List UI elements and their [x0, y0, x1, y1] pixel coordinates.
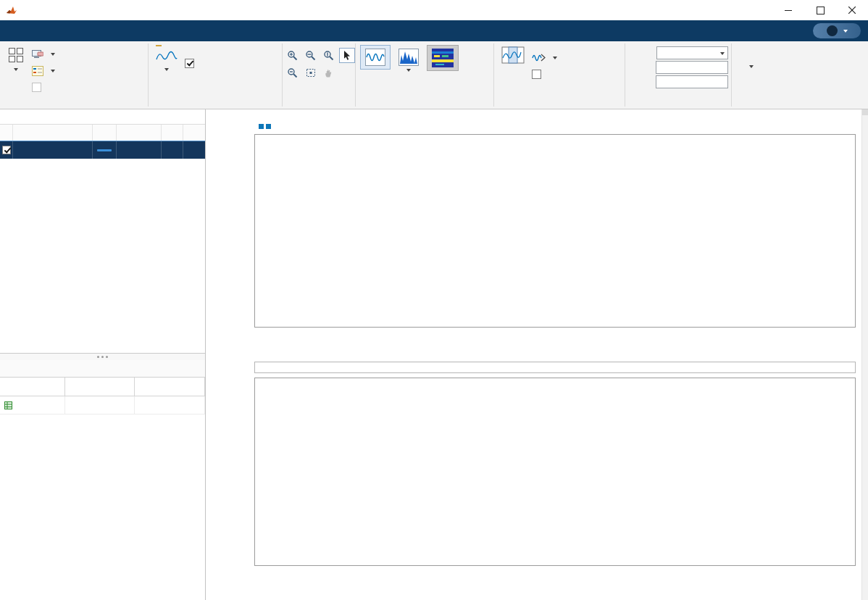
display-area: [206, 109, 868, 600]
zoom-in-button[interactable]: [285, 48, 301, 63]
spectrogram-view-icon: [432, 49, 454, 67]
help-icon: [827, 25, 838, 36]
panner-icon: [501, 46, 525, 64]
extract-signals-caret-icon: [553, 57, 557, 59]
help-caret-icon: [843, 30, 848, 33]
help-button[interactable]: [813, 23, 861, 38]
spectrogram-plot[interactable]: [254, 378, 856, 566]
ws-header-name: [0, 378, 65, 396]
spectrum-caret-icon: [406, 69, 411, 72]
clear-display-button[interactable]: [32, 47, 55, 61]
variable-icon: [4, 401, 12, 409]
data-cursors-icon: [156, 46, 178, 64]
link-time-checkbox[interactable]: [32, 83, 41, 92]
workspace-browser-title: [0, 360, 205, 378]
share-section-label: [732, 107, 769, 109]
signal-name: [13, 141, 93, 159]
signal-line-swatch: [97, 149, 112, 151]
pointer-button[interactable]: [339, 48, 355, 63]
close-button[interactable]: [836, 0, 868, 20]
preserve-start-time-checkbox[interactable]: [532, 70, 541, 79]
minimize-icon: [785, 10, 792, 11]
section-cursors: [149, 41, 282, 109]
ws-var-size: [65, 396, 135, 414]
share-caret-icon: [749, 65, 754, 68]
section-zoom-pan: [283, 41, 355, 109]
signal-time: [162, 141, 183, 159]
spectrum-view-button[interactable]: [393, 45, 424, 74]
header-line: [93, 125, 117, 141]
section-time-limits: [625, 41, 731, 109]
spectrum-view-icon: [398, 49, 419, 66]
signal-analyzer-window: [0, 0, 868, 600]
spectrogram-colorbar: [254, 362, 856, 373]
max-input[interactable]: [656, 75, 728, 88]
matlab-logo-icon: [6, 4, 17, 16]
units-caret-icon: [720, 52, 725, 55]
workspace-row-data[interactable]: [0, 396, 205, 414]
legend-marker-icon: [266, 124, 271, 129]
spectrogram-view-button[interactable]: [427, 45, 459, 71]
fit-to-view-button[interactable]: [303, 65, 319, 80]
time-plot-section: [206, 114, 856, 360]
time-limits-section-label: [625, 107, 731, 109]
extract-signals-button[interactable]: [532, 51, 557, 64]
clear-display-icon: [32, 49, 43, 59]
signal-info: [117, 141, 162, 159]
display-grid-caret-icon: [14, 68, 18, 71]
header-time: [162, 125, 183, 141]
zoom-y-button[interactable]: [321, 48, 337, 63]
data-cursors-badge: [156, 45, 162, 46]
time-waveform-plot[interactable]: [254, 134, 856, 328]
legend-button[interactable]: [32, 64, 55, 78]
title-bar: [0, 0, 868, 20]
link-time-checkbox-row: [32, 80, 55, 94]
time-view-button[interactable]: [360, 45, 391, 70]
section-region-of-interest: [494, 41, 625, 109]
ribbon-tab-bar: [0, 20, 868, 41]
section-views: [356, 41, 493, 109]
spectrogram-section: [206, 360, 856, 599]
zoom-out-button[interactable]: [285, 65, 301, 80]
header-info: [117, 125, 162, 141]
signal-checkbox[interactable]: [2, 146, 11, 154]
pan-button[interactable]: [321, 65, 337, 80]
display-options-section-label: [0, 107, 148, 109]
minimize-button[interactable]: [772, 0, 804, 20]
signal-row-data[interactable]: [0, 141, 205, 159]
data-cursors-caret-icon: [164, 68, 169, 71]
plot-legend: [259, 124, 273, 129]
pan-icon: [323, 67, 334, 78]
vertical-scrollbar[interactable]: [861, 109, 868, 600]
signal-list-empty-area: [0, 159, 205, 353]
legend-caret-icon: [51, 70, 55, 72]
pointer-icon: [342, 50, 352, 61]
scroll-up-button[interactable]: [862, 109, 868, 115]
panner-button[interactable]: [498, 45, 527, 67]
roi-section-label: [494, 107, 625, 109]
time-view-icon: [365, 49, 385, 66]
display-grid-button[interactable]: [4, 45, 28, 72]
close-icon: [848, 7, 856, 14]
header-start: [183, 125, 205, 141]
maximize-icon: [817, 7, 825, 14]
clear-display-caret-icon: [51, 53, 55, 56]
filter-signals-box[interactable]: [0, 109, 205, 125]
share-button[interactable]: [746, 45, 756, 70]
signal-table-header: [0, 125, 205, 141]
data-cursors-button[interactable]: [153, 45, 180, 72]
header-name: [13, 125, 93, 141]
maximize-button[interactable]: [804, 0, 836, 20]
ws-header-size: [65, 378, 135, 396]
min-input[interactable]: [656, 61, 728, 74]
views-section-label: [356, 107, 493, 109]
snap-to-data-row: [185, 57, 198, 70]
snap-to-data-checkbox[interactable]: [185, 59, 194, 68]
ws-header-class: [135, 378, 205, 396]
zoom-x-button[interactable]: [303, 48, 319, 63]
cursors-section-label: [149, 107, 282, 109]
zoom-in-icon: [287, 50, 299, 62]
panel-splitter[interactable]: [0, 353, 205, 360]
signal-start: [183, 141, 205, 159]
units-select[interactable]: [656, 46, 728, 59]
